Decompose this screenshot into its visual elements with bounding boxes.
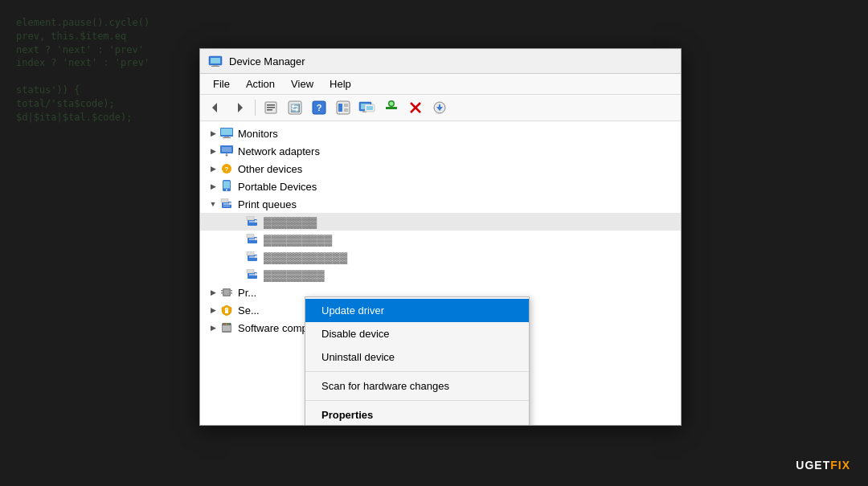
- svg-rect-69: [231, 290, 232, 292]
- processors-label: Pr...: [238, 287, 256, 299]
- back-button[interactable]: [205, 98, 226, 117]
- svg-rect-47: [229, 202, 231, 205]
- other-devices-icon: ?: [219, 161, 234, 176]
- expander-child1: [232, 215, 245, 228]
- ctx-properties[interactable]: Properties: [305, 403, 529, 425]
- svg-rect-68: [221, 292, 223, 294]
- svg-rect-74: [223, 325, 231, 331]
- ctx-scan-hardware[interactable]: Scan for hardware changes: [305, 374, 529, 398]
- monitors-label: Monitors: [238, 128, 278, 140]
- svg-rect-3: [211, 66, 219, 67]
- expander-other[interactable]: ▶: [207, 162, 219, 175]
- svg-rect-17: [344, 108, 348, 112]
- watermark-u: U: [796, 459, 805, 472]
- svg-point-43: [226, 190, 227, 191]
- update-driver-toolbar-button[interactable]: [429, 98, 450, 117]
- expander-child3: [232, 251, 245, 263]
- help-toolbar-button[interactable]: ?: [309, 98, 330, 117]
- tree-item-monitors[interactable]: ▶ Monitors: [200, 125, 681, 142]
- expander-printqueues[interactable]: ▼: [207, 198, 219, 210]
- svg-rect-58: [249, 256, 256, 258]
- menu-help[interactable]: Help: [323, 76, 358, 92]
- svg-rect-46: [221, 198, 228, 202]
- refresh-toolbar-button[interactable]: 🔄: [285, 98, 305, 117]
- watermark-get: GET: [805, 459, 830, 472]
- svg-rect-36: [222, 147, 231, 152]
- menu-view[interactable]: View: [285, 76, 320, 92]
- tree-item-printchild-1[interactable]: ▓▓▓▓▓▓▓: [200, 213, 681, 231]
- menu-bar: File Action View Help: [200, 74, 681, 95]
- svg-rect-42: [223, 182, 230, 189]
- svg-text:?: ?: [225, 165, 229, 173]
- ctx-disable-device[interactable]: Disable device: [305, 322, 529, 345]
- window-title: Device Manager: [229, 55, 305, 67]
- monitor-toolbar-button[interactable]: [357, 98, 378, 117]
- expander-child2: [232, 233, 245, 246]
- forward-button[interactable]: [229, 98, 250, 117]
- svg-rect-56: [255, 238, 257, 240]
- tree-item-printqueues[interactable]: ▼ Print queues: [200, 195, 681, 213]
- portable-label: Portable Devices: [238, 181, 317, 193]
- svg-rect-67: [221, 290, 223, 292]
- svg-rect-52: [255, 220, 257, 223]
- printer-child3-icon: [245, 250, 260, 264]
- tree-item-printchild-2[interactable]: ▓▓▓▓▓▓▓▓▓: [200, 231, 681, 248]
- svg-rect-54: [249, 239, 256, 240]
- expander-monitors[interactable]: ▶: [207, 127, 219, 140]
- tree-item-printchild-4[interactable]: ▓▓▓▓▓▓▓▓: [200, 266, 681, 284]
- network-label: Network adapters: [238, 145, 320, 157]
- tree-item-portable[interactable]: ▶ Portable Devices: [200, 178, 681, 195]
- svg-rect-45: [223, 203, 230, 205]
- expander-processors[interactable]: ▶: [207, 286, 219, 299]
- printer-child4-icon: [245, 268, 260, 282]
- svg-marker-4: [212, 103, 217, 112]
- printchild2-label: ▓▓▓▓▓▓▓▓▓: [264, 234, 332, 246]
- add-hardware-button[interactable]: [381, 98, 402, 117]
- watermark: UGETFIX: [796, 459, 850, 472]
- toolbar: 🔄 ?: [200, 95, 681, 121]
- svg-rect-34: [223, 137, 231, 138]
- svg-rect-9: [267, 109, 272, 111]
- security-label: Se...: [238, 304, 260, 317]
- expander-network[interactable]: ▶: [207, 145, 219, 157]
- tree-item-printchild-3[interactable]: ▓▓▓▓▓▓▓▓▓▓▓: [200, 248, 681, 266]
- ctx-separator-2: [305, 400, 529, 401]
- svg-rect-7: [267, 104, 275, 106]
- title-bar-icon: [208, 54, 223, 68]
- printer-child1-icon: [245, 214, 260, 229]
- portable-icon: [219, 179, 234, 194]
- svg-point-77: [226, 324, 227, 325]
- view-toolbar-button[interactable]: [333, 98, 354, 117]
- other-devices-label: Other devices: [238, 163, 302, 175]
- remove-button[interactable]: [405, 98, 426, 117]
- context-menu: Update driver Disable device Uninstall d…: [305, 296, 530, 425]
- svg-rect-48: [223, 206, 230, 206]
- menu-file[interactable]: File: [207, 76, 236, 92]
- svg-point-25: [390, 102, 394, 106]
- svg-rect-62: [249, 274, 256, 276]
- software-icon: [219, 321, 234, 335]
- printchild1-label: ▓▓▓▓▓▓▓: [264, 216, 317, 228]
- expander-child4: [232, 268, 245, 281]
- expander-software[interactable]: ▶: [207, 321, 219, 334]
- tree-item-other[interactable]: ▶ ? Other devices: [200, 160, 681, 178]
- tree-item-network[interactable]: ▶ Network adapters: [200, 142, 681, 160]
- ctx-update-driver[interactable]: Update driver: [305, 299, 529, 322]
- expander-portable[interactable]: ▶: [207, 180, 219, 193]
- watermark-fix: FIX: [830, 459, 850, 472]
- svg-point-76: [223, 324, 225, 325]
- menu-action[interactable]: Action: [240, 76, 281, 92]
- svg-rect-30: [439, 104, 440, 107]
- printqueues-label: Print queues: [238, 198, 297, 210]
- expander-security[interactable]: ▶: [207, 304, 219, 317]
- ctx-uninstall-device[interactable]: Uninstall device: [305, 345, 529, 369]
- svg-rect-59: [247, 251, 254, 255]
- svg-rect-51: [247, 216, 254, 220]
- tree-area[interactable]: ▶ Monitors ▶ N: [200, 121, 681, 425]
- title-bar: Device Manager: [200, 49, 681, 74]
- properties-toolbar-button[interactable]: [260, 98, 281, 117]
- network-icon: [219, 144, 234, 158]
- svg-text:?: ?: [317, 103, 322, 112]
- printchild4-label: ▓▓▓▓▓▓▓▓: [264, 269, 325, 281]
- svg-rect-15: [338, 104, 342, 112]
